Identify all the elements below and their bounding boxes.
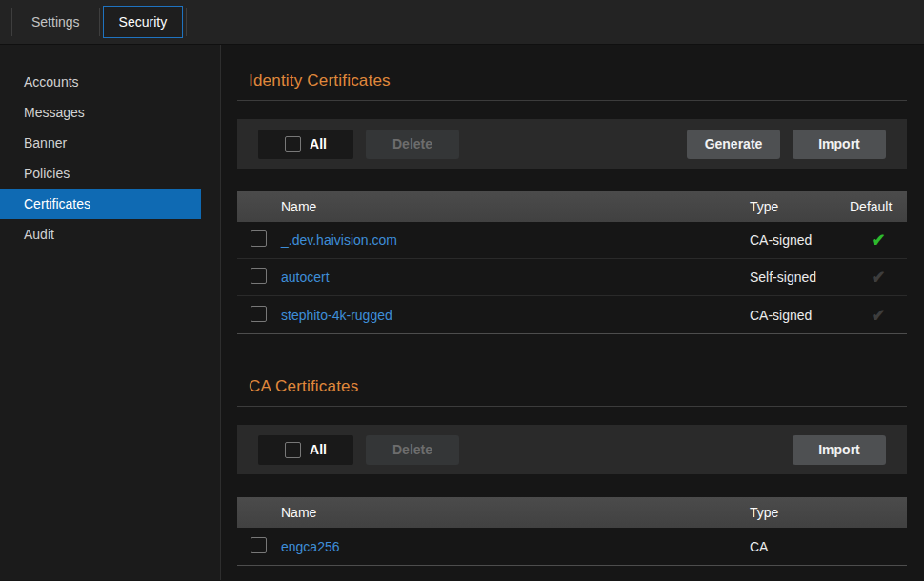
- table-row: _.dev.haivision.com CA-signed ✔: [237, 222, 907, 259]
- certificate-name-link[interactable]: stephito-4k-rugged: [281, 308, 750, 323]
- select-all-checkbox[interactable]: [285, 136, 301, 152]
- sidebar-item-messages[interactable]: Messages: [0, 97, 201, 128]
- table-header-row: Name Type Default: [237, 191, 907, 222]
- ca-certificates-table: Name Type engca256 CA: [237, 497, 907, 566]
- certificate-type: Self-signed: [750, 270, 850, 285]
- top-bar: Settings Security: [0, 0, 924, 45]
- identity-section-title: Identity Certificates: [237, 63, 907, 101]
- default-check-icon[interactable]: ✔: [871, 230, 885, 250]
- identity-generate-button[interactable]: Generate: [687, 130, 780, 159]
- topbar-divider: [99, 8, 100, 36]
- certificate-type: CA-signed: [750, 308, 850, 323]
- identity-delete-button[interactable]: Delete: [366, 130, 459, 159]
- sidebar: Accounts Messages Banner Policies Certif…: [0, 45, 221, 580]
- certificate-type: CA-signed: [750, 232, 850, 248]
- identity-certificates-table: Name Type Default _.dev.haivision.com CA…: [237, 191, 907, 334]
- sidebar-item-accounts[interactable]: Accounts: [0, 67, 201, 97]
- default-check-icon[interactable]: ✔: [871, 306, 885, 325]
- tab-security[interactable]: Security: [103, 6, 184, 38]
- certificate-name-link[interactable]: _.dev.haivision.com: [281, 232, 750, 248]
- certificate-type: CA: [750, 539, 907, 554]
- row-checkbox[interactable]: [251, 306, 267, 322]
- identity-toolbar: All Delete Generate Import: [237, 119, 907, 169]
- ca-toolbar: All Delete Import: [237, 425, 907, 474]
- column-header-name: Name: [281, 199, 750, 214]
- row-checkbox[interactable]: [251, 537, 267, 553]
- tab-settings[interactable]: Settings: [15, 6, 96, 38]
- certificate-name-link[interactable]: autocert: [281, 270, 750, 285]
- row-checkbox[interactable]: [251, 268, 267, 284]
- table-row: stephito-4k-rugged CA-signed ✔: [237, 296, 907, 333]
- column-header-type: Type: [750, 505, 907, 520]
- table-row: engca256 CA: [237, 528, 907, 565]
- column-header-type: Type: [750, 199, 850, 214]
- ca-section-title: CA Certificates: [237, 369, 907, 407]
- sidebar-item-audit[interactable]: Audit: [0, 219, 201, 250]
- identity-certificates-section: Identity Certificates All Delete Generat…: [237, 63, 907, 334]
- table-header-row: Name Type: [237, 497, 907, 528]
- select-all-checkbox[interactable]: [285, 442, 301, 458]
- sidebar-item-banner[interactable]: Banner: [0, 128, 201, 158]
- identity-import-button[interactable]: Import: [793, 130, 886, 159]
- main-content: Identity Certificates All Delete Generat…: [221, 45, 924, 580]
- ca-delete-button[interactable]: Delete: [366, 435, 459, 465]
- certificate-name-link[interactable]: engca256: [281, 539, 750, 554]
- identity-select-all-button[interactable]: All: [258, 130, 353, 159]
- sidebar-item-certificates[interactable]: Certificates: [0, 189, 201, 219]
- column-header-name: Name: [281, 505, 750, 520]
- sidebar-item-policies[interactable]: Policies: [0, 158, 201, 189]
- topbar-divider: [186, 8, 187, 36]
- ca-import-button[interactable]: Import: [793, 435, 886, 465]
- column-header-default: Default: [850, 199, 907, 214]
- default-check-icon[interactable]: ✔: [871, 268, 885, 287]
- table-row: autocert Self-signed ✔: [237, 259, 907, 296]
- ca-select-all-button[interactable]: All: [258, 435, 353, 465]
- row-checkbox[interactable]: [251, 230, 267, 247]
- select-all-label: All: [310, 442, 327, 457]
- ca-certificates-section: CA Certificates All Delete Import Name T…: [237, 369, 907, 566]
- topbar-divider: [11, 8, 12, 36]
- select-all-label: All: [310, 136, 327, 151]
